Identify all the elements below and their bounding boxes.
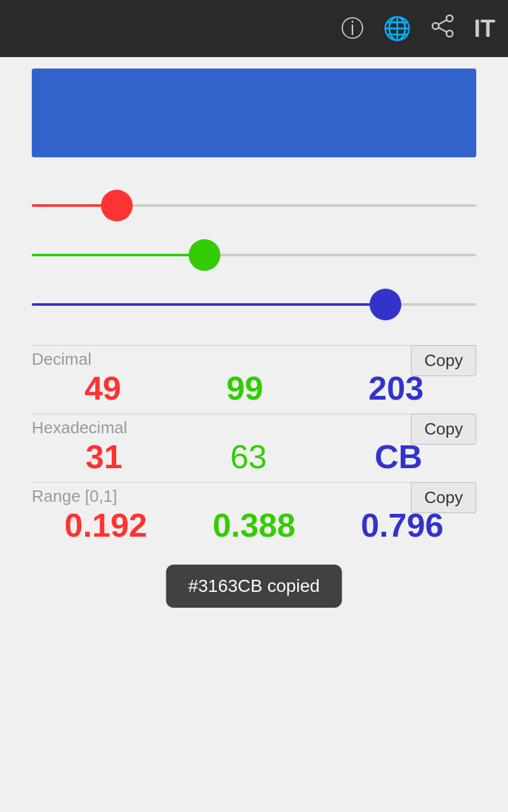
blue-slider-fill <box>32 303 385 306</box>
range-label: Range [0,1] <box>32 487 117 506</box>
svg-point-1 <box>446 30 453 37</box>
svg-line-3 <box>439 20 447 24</box>
copy-hex-button[interactable]: Copy <box>411 414 476 445</box>
share-icon[interactable] <box>431 14 455 44</box>
top-bar: ⓘ 🌐 IT <box>0 0 508 57</box>
hex-red: 31 <box>86 438 123 476</box>
range-value-row: 0.192 0.388 0.796 <box>32 506 476 544</box>
hexadecimal-group: Hexadecimal Copy 31 63 CB <box>32 414 476 476</box>
blue-slider-row <box>32 285 476 324</box>
values-section: Decimal Copy 49 99 203 Hexadecimal Copy … <box>0 345 508 544</box>
hex-green-placeholder: 63 <box>230 438 267 476</box>
decimal-red: 49 <box>84 369 121 407</box>
info-icon[interactable]: ⓘ <box>341 13 364 44</box>
range-green: 0.388 <box>213 506 295 544</box>
copy-decimal-button[interactable]: Copy <box>411 345 476 376</box>
red-slider-thumb[interactable] <box>101 190 133 221</box>
divider-3 <box>32 482 476 483</box>
toast-notification: #3163CB copied <box>166 565 342 608</box>
toast-message: #3163CB copied <box>188 576 319 596</box>
svg-point-2 <box>432 23 439 29</box>
svg-point-0 <box>446 15 453 22</box>
globe-icon[interactable]: 🌐 <box>383 15 411 42</box>
sliders-container <box>0 169 508 341</box>
svg-line-4 <box>439 27 447 32</box>
range-red: 0.192 <box>65 506 147 544</box>
decimal-green: 99 <box>227 369 264 407</box>
color-preview <box>32 69 476 157</box>
decimal-label: Decimal <box>32 350 91 369</box>
blue-slider-thumb[interactable] <box>370 289 401 320</box>
green-slider-fill <box>32 254 204 256</box>
copy-range-button[interactable]: Copy <box>411 482 476 513</box>
language-label[interactable]: IT <box>474 15 495 43</box>
red-slider-row <box>32 187 476 225</box>
decimal-group: Decimal Copy 49 99 203 <box>32 345 476 407</box>
divider-2 <box>32 414 476 414</box>
green-slider-row <box>32 236 476 274</box>
decimal-value-row: 49 99 203 <box>32 369 476 407</box>
hex-value-row: 31 63 CB <box>32 438 476 476</box>
divider-1 <box>32 345 476 346</box>
hexadecimal-label: Hexadecimal <box>32 418 127 437</box>
green-slider-thumb[interactable] <box>189 239 220 271</box>
range-group: Range [0,1] Copy 0.192 0.388 0.796 <box>32 482 476 544</box>
